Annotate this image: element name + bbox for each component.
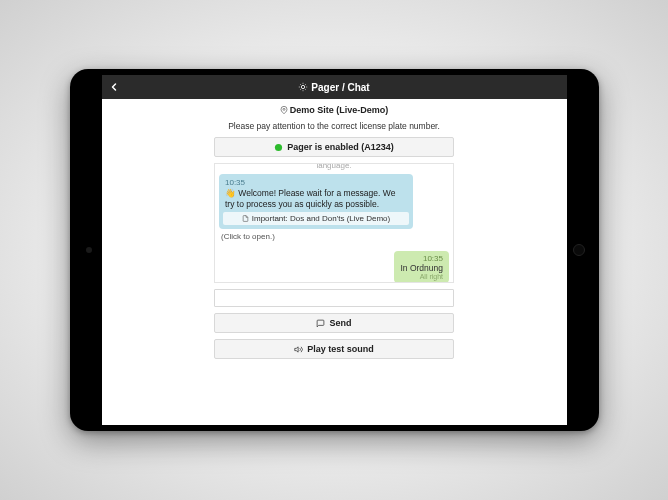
send-button[interactable]: Send (214, 313, 454, 333)
page-title-text: Pager / Chat (311, 82, 369, 93)
tablet-frame: Pager / Chat Demo Site (Live-Demo) Pleas… (70, 69, 599, 431)
attachment-label: Important: Dos and Don'ts (Live Demo) (252, 214, 390, 223)
top-bar: Pager / Chat (102, 75, 567, 99)
app-screen: Pager / Chat Demo Site (Live-Demo) Pleas… (102, 75, 567, 425)
pager-status-pill: Pager is enabled (A1234) (214, 137, 454, 157)
click-to-open-hint: (Click to open.) (221, 232, 453, 241)
chat-message-received: 10:35 👋 Welcome! Please wait for a messa… (219, 174, 413, 229)
send-label: Send (329, 318, 351, 328)
compose-input[interactable] (214, 289, 454, 307)
svg-point-0 (302, 85, 305, 88)
page-title: Pager / Chat (120, 82, 549, 93)
msg-translation: All right (400, 273, 443, 280)
content-area: Demo Site (Live-Demo) Please pay attenti… (102, 99, 567, 425)
chat-scroll-area[interactable]: language. 10:35 👋 Welcome! Please wait f… (214, 163, 454, 283)
msg-body: In Ordnung (400, 263, 443, 273)
document-icon (242, 215, 249, 222)
site-label: Demo Site (Live-Demo) (290, 105, 389, 115)
site-line: Demo Site (Live-Demo) (280, 105, 389, 115)
attachment-strip[interactable]: Important: Dos and Don'ts (Live Demo) (223, 212, 409, 225)
status-dot-icon (274, 143, 283, 152)
svg-point-2 (275, 143, 282, 150)
speaker-icon (294, 345, 303, 354)
svg-point-1 (283, 108, 285, 110)
pager-icon (298, 82, 308, 92)
svg-marker-3 (295, 346, 298, 351)
play-sound-label: Play test sound (307, 344, 374, 354)
hint-text: Please pay attention to the correct lice… (228, 121, 440, 131)
msg-time: 10:35 (225, 178, 407, 187)
back-icon[interactable] (108, 81, 120, 93)
msg-time: 10:35 (400, 254, 443, 263)
location-icon (280, 106, 288, 114)
msg-body: 👋 Welcome! Please wait for a message. We… (225, 188, 407, 209)
chat-truncated-hint: language. (215, 163, 453, 170)
pager-status-text: Pager is enabled (A1234) (287, 142, 394, 152)
send-icon (316, 319, 325, 328)
play-test-sound-button[interactable]: Play test sound (214, 339, 454, 359)
chat-message-sent: 10:35 In Ordnung All right (394, 251, 449, 283)
